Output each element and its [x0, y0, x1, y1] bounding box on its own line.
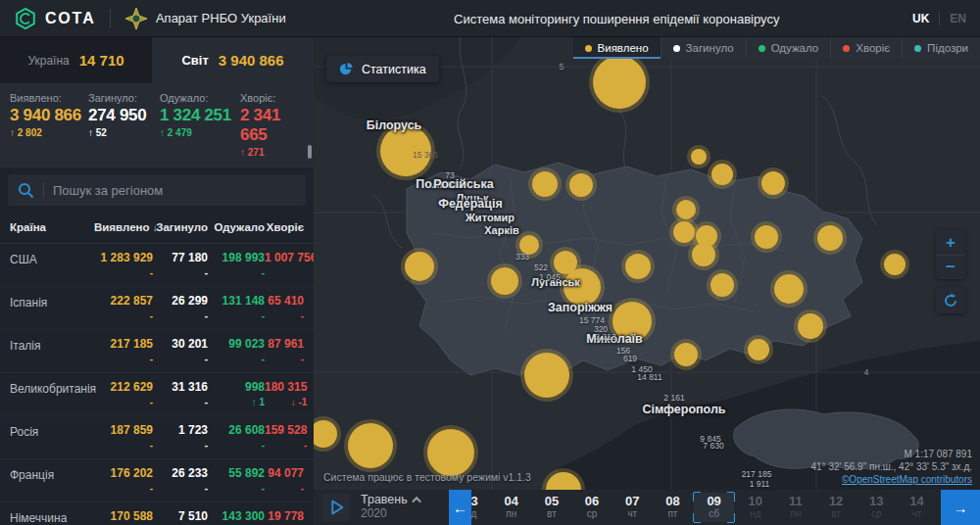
delta: - — [265, 354, 304, 367]
case-bubble[interactable] — [798, 313, 823, 339]
cell-confirmed: 1 283 929- — [94, 251, 153, 281]
case-bubble[interactable] — [564, 268, 601, 306]
case-bubble[interactable] — [748, 339, 769, 360]
date-number: 08 — [665, 495, 679, 508]
case-bubble[interactable] — [612, 302, 652, 341]
case-bubble[interactable] — [491, 267, 518, 295]
rnbo-emblem-icon — [124, 7, 148, 30]
value: 187 859 — [94, 423, 153, 437]
stat-value: 2 341 665 — [240, 106, 304, 145]
legend-item-Підозри[interactable]: Підозри — [902, 37, 980, 59]
date-14[interactable]: 14чт — [897, 490, 937, 525]
value: 19 778 — [265, 509, 304, 523]
case-bubble[interactable] — [427, 429, 474, 476]
value: 143 300 — [208, 509, 265, 523]
lang-en-button[interactable]: EN — [950, 12, 966, 25]
table-row[interactable]: Великобританія212 629-31 316-998↑ 1180 3… — [0, 373, 314, 416]
date-11[interactable]: 11пн — [775, 490, 815, 525]
date-number: 13 — [869, 495, 883, 508]
case-bubble[interactable] — [405, 252, 434, 281]
timeline-next-button[interactable]: → — [941, 490, 980, 525]
tab-world[interactable]: Світ 3 940 866 — [152, 37, 314, 83]
lang-separator — [939, 12, 940, 25]
date-09[interactable]: 09сб — [693, 492, 735, 523]
statistics-button[interactable]: Статистика — [326, 56, 439, 82]
case-bubble[interactable] — [692, 243, 715, 266]
date-06[interactable]: 06ср — [572, 490, 612, 525]
case-bubble[interactable] — [519, 235, 539, 255]
osm-attribution-link[interactable]: ©OpenStreetMap contributors — [811, 473, 973, 486]
cell-sick: 94 077- — [265, 466, 304, 497]
case-bubble[interactable] — [348, 423, 393, 468]
epidemic-map[interactable]: БілорусьПольшаРосійськаЛуцькФедераціяЖит… — [314, 37, 980, 525]
delta: - — [94, 440, 153, 453]
stat-label: Одужало: — [160, 92, 240, 104]
case-bubble[interactable] — [674, 343, 698, 366]
case-bubble[interactable] — [774, 274, 804, 304]
delta: - — [208, 354, 265, 367]
timeline-prev-button[interactable]: ← — [449, 490, 471, 525]
legend-item-Одужало[interactable]: Одужало — [746, 37, 831, 59]
case-bubble[interactable] — [761, 171, 785, 195]
table-row[interactable]: Німеччина170 588-7 510-143 300-19 778- — [0, 502, 314, 525]
tab-ukraine[interactable]: Україна 14 710 — [0, 37, 152, 83]
date-number: 09 — [707, 495, 720, 508]
case-bubble[interactable] — [676, 200, 696, 219]
value: 99 023 — [208, 337, 265, 351]
case-bubble[interactable] — [755, 225, 778, 249]
case-bubble[interactable] — [711, 164, 733, 185]
case-bubble[interactable] — [673, 221, 695, 243]
case-bubble[interactable] — [691, 149, 707, 165]
case-bubble[interactable] — [817, 225, 843, 251]
month-selector[interactable]: Травень 2020 — [361, 493, 421, 520]
date-13[interactable]: 13ср — [857, 490, 897, 525]
date-04[interactable]: 04пн — [491, 490, 531, 525]
lang-uk-button[interactable]: UK — [912, 12, 929, 25]
legend-item-Хворіє[interactable]: Хворіє — [830, 37, 902, 59]
col-confirmed[interactable]: Виявлено ↓ — [94, 221, 153, 233]
legend-item-Виявлено[interactable]: Виявлено — [573, 37, 661, 59]
col-sick[interactable]: Хворіє — [265, 221, 304, 233]
case-bubble[interactable] — [524, 353, 569, 398]
table-row[interactable]: Іспанія222 857-26 299-131 148-65 410- — [0, 287, 314, 330]
legend-item-Загинуло[interactable]: Загинуло — [661, 37, 746, 59]
legend-label: Загинуло — [686, 42, 734, 54]
case-bubble[interactable] — [884, 254, 906, 275]
sidebar-scrollbar[interactable] — [308, 145, 312, 159]
date-weekday: вт — [547, 508, 557, 520]
case-bubble[interactable] — [710, 273, 734, 297]
table-row[interactable]: Італія217 185-30 201-99 023-87 961- — [0, 330, 314, 373]
country-name: Франція — [10, 466, 94, 497]
date-weekday: сб — [709, 508, 719, 520]
delta: - — [208, 267, 265, 281]
table-row[interactable]: Росія187 859-1 723-26 608-159 528- — [0, 416, 314, 459]
refresh-map-button[interactable] — [936, 287, 965, 313]
stat-value: 1 324 251 — [160, 106, 240, 125]
case-bubble[interactable] — [569, 173, 593, 197]
date-05[interactable]: 05вт — [531, 490, 571, 525]
stat-value: 274 950 — [88, 106, 160, 125]
case-bubble[interactable] — [532, 171, 558, 197]
play-button[interactable] — [322, 494, 350, 521]
case-bubble[interactable] — [625, 254, 651, 279]
date-12[interactable]: 12вт — [816, 490, 857, 525]
date-08[interactable]: 08пт — [653, 490, 693, 525]
legend-dot-icon — [585, 45, 592, 52]
country-table: США1 283 929-77 180-198 993-1 007 756-Іс… — [0, 244, 314, 525]
value: 77 180 — [153, 251, 208, 264]
col-recovered[interactable]: Одужало — [208, 221, 265, 233]
col-deaths[interactable]: Загинуло — [153, 221, 208, 233]
table-row[interactable]: США1 283 929-77 180-198 993-1 007 756- — [0, 244, 314, 287]
table-row[interactable]: Франція176 202-26 233-55 892-94 077- — [0, 459, 314, 502]
search-input[interactable] — [53, 183, 296, 198]
date-07[interactable]: 07чт — [612, 490, 653, 525]
col-country[interactable]: Країна — [10, 221, 94, 233]
case-bubble[interactable] — [380, 125, 431, 176]
case-bubble[interactable] — [593, 56, 646, 109]
summary-stat-1: Загинуло:274 950↑ 52 — [88, 92, 160, 158]
world-label: Світ — [181, 53, 208, 68]
zoom-in-button[interactable]: + — [936, 230, 965, 255]
zoom-out-button[interactable]: − — [936, 255, 965, 279]
date-10[interactable]: 10нд — [735, 490, 775, 525]
stat-delta: ↑ 52 — [88, 127, 160, 138]
